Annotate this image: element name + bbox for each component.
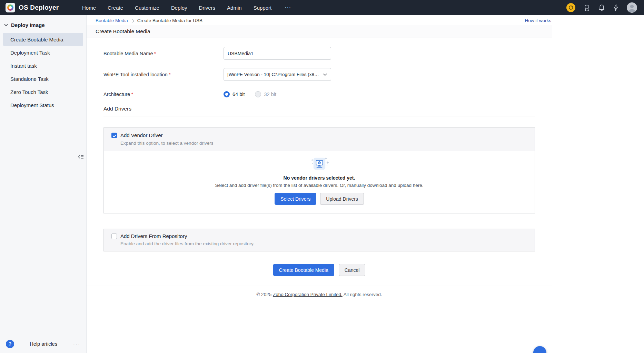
- brand[interactable]: OS Deployer: [0, 3, 75, 12]
- navbar-actions: [566, 2, 644, 13]
- vendor-driver-panel: Add Vendor Driver Expand this option, to…: [103, 127, 535, 213]
- breadcrumb-bar: Bootable Media Create Bootable Media for…: [87, 15, 552, 25]
- winpe-location-label: WinPE Tool installed location*: [103, 72, 224, 77]
- notifications-bell-icon[interactable]: [598, 4, 605, 11]
- copyright-text: © 2025: [256, 292, 273, 297]
- breadcrumb: Bootable Media Create Bootable Media for…: [96, 18, 202, 23]
- checkbox-label: Add Vendor Driver: [120, 132, 163, 138]
- form-actions: Create Bootable Media Cancel: [103, 264, 535, 276]
- add-drivers-section-title: Add Drivers: [103, 106, 535, 116]
- sidebar-item-standalone-task[interactable]: Standalone Task: [3, 72, 83, 85]
- nav-admin[interactable]: Admin: [227, 5, 242, 11]
- footer: © 2025 Zoho Corporation Private Limited.…: [87, 286, 552, 297]
- sidebar-item-deployment-task[interactable]: Deployment Task: [3, 46, 83, 59]
- vendor-empty-state: No vendor drivers selected yet. Select a…: [104, 151, 535, 213]
- sidebar-item-label: Deployment Task: [10, 50, 50, 56]
- nav-deploy[interactable]: Deploy: [171, 5, 187, 11]
- brand-title: OS Deployer: [19, 4, 59, 11]
- media-name-row: Bootable Media Name*: [103, 47, 535, 60]
- vendor-panel-header: Add Vendor Driver Expand this option, to…: [104, 128, 535, 151]
- chevron-right-icon: [131, 19, 134, 22]
- top-navbar: OS Deployer Home Create Customize Deploy…: [0, 0, 644, 15]
- winpe-location-row: WinPE Tool installed location* [WinPE Ve…: [103, 68, 535, 81]
- upload-drivers-button[interactable]: Upload Drivers: [320, 193, 364, 205]
- nav-more-icon[interactable]: ···: [285, 4, 291, 11]
- radio-label: 32 bit: [264, 92, 276, 97]
- sidebar-item-label: Deployment Status: [10, 102, 54, 108]
- checkbox-checked-icon: [111, 133, 117, 138]
- no-drivers-illustration-icon: [104, 156, 535, 172]
- chevron-down-icon: [4, 24, 8, 26]
- radio-unselected-icon: [255, 91, 261, 97]
- sidebar-item-create-bootable-media[interactable]: Create Bootable Media: [3, 33, 83, 46]
- sidebar-item-label: Create Bootable Media: [10, 37, 63, 42]
- help-articles-link[interactable]: Help articles: [30, 341, 57, 347]
- sync-refresh-icon[interactable]: [566, 3, 575, 12]
- label-text: Architecture: [103, 92, 130, 97]
- create-bootable-media-form: Bootable Media Name* WinPE Tool installe…: [87, 38, 552, 286]
- repository-panel: Add Drivers From Repository Enable and a…: [103, 229, 535, 251]
- sidebar-item-instant-task[interactable]: Instant task: [3, 59, 83, 72]
- help-icon[interactable]: ?: [6, 340, 14, 348]
- vendor-driver-subtitle: Expand this option, to select a vendor d…: [120, 141, 527, 146]
- label-text: Bootable Media Name: [103, 51, 153, 56]
- required-asterisk: *: [169, 72, 171, 77]
- radio-label: 64 bit: [232, 92, 245, 97]
- nav-customize[interactable]: Customize: [135, 5, 159, 11]
- add-drivers-from-repository-checkbox[interactable]: Add Drivers From Repository: [111, 233, 527, 239]
- main-nav: Home Create Customize Deploy Drivers Adm…: [82, 4, 291, 11]
- person-silhouette-icon: [627, 2, 637, 13]
- nav-create[interactable]: Create: [108, 5, 123, 11]
- badge-medal-icon[interactable]: [584, 4, 590, 11]
- nav-home[interactable]: Home: [82, 5, 96, 11]
- nav-support[interactable]: Support: [254, 5, 272, 11]
- sidebar-item-label: Zero Touch Task: [10, 89, 48, 95]
- sidebar-section-label: Deploy Image: [11, 22, 45, 28]
- rights-reserved-text: All rights reserved.: [343, 292, 382, 297]
- flash-bolt-icon[interactable]: [613, 4, 618, 11]
- required-asterisk: *: [131, 92, 133, 97]
- checkbox-unchecked-icon: [111, 233, 117, 239]
- label-text: WinPE Tool installed location: [103, 72, 168, 77]
- architecture-radio-group: 64 bit 32 bit: [224, 91, 276, 97]
- bootable-media-name-label: Bootable Media Name*: [103, 51, 224, 56]
- refresh-arrow-icon: [568, 5, 573, 10]
- winpe-location-value: [WinPE Version - 10] C:\Program Files (x…: [227, 72, 320, 77]
- empty-state-title: No vendor drivers selected yet.: [104, 175, 535, 181]
- checkbox-label: Add Drivers From Repository: [120, 233, 187, 239]
- zoho-corporation-link[interactable]: Zoho Corporation Private Limited.: [273, 292, 343, 297]
- repository-subtitle: Enable and add the driver files from the…: [120, 241, 527, 246]
- bootable-media-name-input[interactable]: [224, 47, 331, 60]
- sidebar-section-deploy-image[interactable]: Deploy Image: [0, 15, 86, 33]
- required-asterisk: *: [154, 51, 156, 56]
- radio-64-bit[interactable]: 64 bit: [224, 91, 245, 97]
- nav-drivers[interactable]: Drivers: [199, 5, 216, 11]
- user-avatar[interactable]: [627, 2, 637, 13]
- architecture-row: Architecture* 64 bit 32 bit: [103, 91, 535, 97]
- sidebar-footer: ? Help articles ···: [0, 335, 86, 353]
- radio-selected-icon: [224, 91, 230, 97]
- breadcrumb-bootable-media[interactable]: Bootable Media: [96, 18, 128, 23]
- empty-state-actions: Select Drivers Upload Drivers: [104, 193, 535, 205]
- breadcrumb-current: Create Bootable Media for USB: [137, 18, 202, 23]
- main-content: Bootable Media Create Bootable Media for…: [87, 15, 552, 353]
- chevron-down-icon: [323, 73, 327, 76]
- sidebar-item-label: Instant task: [10, 63, 37, 69]
- winpe-location-select[interactable]: [WinPE Version - 10] C:\Program Files (x…: [224, 68, 331, 81]
- page-title: Create Bootable Media: [87, 25, 552, 38]
- add-vendor-driver-checkbox[interactable]: Add Vendor Driver: [111, 132, 527, 138]
- sidebar-item-deployment-status[interactable]: Deployment Status: [3, 98, 83, 112]
- os-deployer-logo-icon: [6, 3, 15, 12]
- sidebar-item-label: Standalone Task: [10, 76, 49, 82]
- how-it-works-link[interactable]: How it works: [525, 18, 551, 23]
- sidebar-item-zero-touch-task[interactable]: Zero Touch Task: [3, 85, 83, 98]
- sidebar-collapse-icon[interactable]: [77, 153, 85, 162]
- select-drivers-button[interactable]: Select Drivers: [275, 193, 316, 205]
- sidebar: Deploy Image Create Bootable Media Deplo…: [0, 15, 87, 353]
- radio-32-bit[interactable]: 32 bit: [255, 91, 276, 97]
- cancel-button[interactable]: Cancel: [339, 264, 366, 276]
- create-bootable-media-button[interactable]: Create Bootable Media: [273, 264, 334, 276]
- empty-state-description: Select and add driver file(s) from the l…: [104, 183, 535, 188]
- architecture-label: Architecture*: [103, 92, 224, 97]
- sidebar-more-icon[interactable]: ···: [73, 341, 80, 347]
